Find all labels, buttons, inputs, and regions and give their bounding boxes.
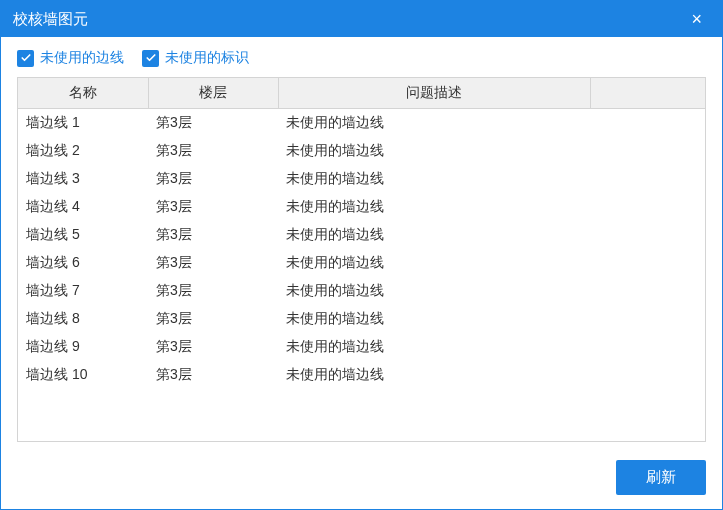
issues-table: 名称 楼层 问题描述 墙边线 1第3层未使用的墙边线墙边线 2第3层未使用的墙边… <box>18 78 705 389</box>
cell-extra <box>590 193 705 221</box>
checkbox-unused-mark[interactable]: 未使用的标识 <box>142 49 249 67</box>
filter-row: 未使用的边线 未使用的标识 <box>17 49 706 67</box>
col-header-floor[interactable]: 楼层 <box>148 78 278 109</box>
check-icon <box>142 50 159 67</box>
cell-extra <box>590 277 705 305</box>
table-body: 墙边线 1第3层未使用的墙边线墙边线 2第3层未使用的墙边线墙边线 3第3层未使… <box>18 109 705 390</box>
cell-issue: 未使用的墙边线 <box>278 305 590 333</box>
content-area: 未使用的边线 未使用的标识 名称 楼层 问题描述 墙边 <box>1 37 722 450</box>
cell-floor: 第3层 <box>148 109 278 138</box>
cell-name: 墙边线 10 <box>18 361 148 389</box>
titlebar: 校核墙图元 × <box>1 1 722 37</box>
close-icon[interactable]: × <box>683 6 710 32</box>
cell-issue: 未使用的墙边线 <box>278 249 590 277</box>
table-header-row: 名称 楼层 问题描述 <box>18 78 705 109</box>
cell-issue: 未使用的墙边线 <box>278 165 590 193</box>
cell-extra <box>590 333 705 361</box>
cell-extra <box>590 109 705 138</box>
window-title: 校核墙图元 <box>13 10 88 29</box>
table-row[interactable]: 墙边线 10第3层未使用的墙边线 <box>18 361 705 389</box>
check-icon <box>17 50 34 67</box>
table-row[interactable]: 墙边线 5第3层未使用的墙边线 <box>18 221 705 249</box>
cell-extra <box>590 221 705 249</box>
cell-floor: 第3层 <box>148 361 278 389</box>
table-row[interactable]: 墙边线 3第3层未使用的墙边线 <box>18 165 705 193</box>
checkbox-label-unused-mark: 未使用的标识 <box>165 49 249 67</box>
dialog-window: 校核墙图元 × 未使用的边线 未使用的标识 名称 <box>0 0 723 510</box>
cell-extra <box>590 305 705 333</box>
cell-floor: 第3层 <box>148 333 278 361</box>
table-row[interactable]: 墙边线 4第3层未使用的墙边线 <box>18 193 705 221</box>
cell-name: 墙边线 1 <box>18 109 148 138</box>
table-row[interactable]: 墙边线 6第3层未使用的墙边线 <box>18 249 705 277</box>
cell-extra <box>590 165 705 193</box>
cell-floor: 第3层 <box>148 221 278 249</box>
col-header-issue[interactable]: 问题描述 <box>278 78 590 109</box>
table-row[interactable]: 墙边线 1第3层未使用的墙边线 <box>18 109 705 138</box>
cell-floor: 第3层 <box>148 277 278 305</box>
cell-issue: 未使用的墙边线 <box>278 221 590 249</box>
cell-issue: 未使用的墙边线 <box>278 193 590 221</box>
cell-extra <box>590 361 705 389</box>
cell-name: 墙边线 4 <box>18 193 148 221</box>
cell-issue: 未使用的墙边线 <box>278 361 590 389</box>
cell-issue: 未使用的墙边线 <box>278 333 590 361</box>
checkbox-label-unused-edge: 未使用的边线 <box>40 49 124 67</box>
cell-name: 墙边线 6 <box>18 249 148 277</box>
cell-name: 墙边线 3 <box>18 165 148 193</box>
cell-floor: 第3层 <box>148 193 278 221</box>
table-row[interactable]: 墙边线 7第3层未使用的墙边线 <box>18 277 705 305</box>
table-row[interactable]: 墙边线 8第3层未使用的墙边线 <box>18 305 705 333</box>
checkbox-unused-edge[interactable]: 未使用的边线 <box>17 49 124 67</box>
table-container[interactable]: 名称 楼层 问题描述 墙边线 1第3层未使用的墙边线墙边线 2第3层未使用的墙边… <box>17 77 706 442</box>
table-row[interactable]: 墙边线 9第3层未使用的墙边线 <box>18 333 705 361</box>
cell-name: 墙边线 5 <box>18 221 148 249</box>
table-row[interactable]: 墙边线 2第3层未使用的墙边线 <box>18 137 705 165</box>
cell-extra <box>590 137 705 165</box>
cell-floor: 第3层 <box>148 137 278 165</box>
cell-issue: 未使用的墙边线 <box>278 277 590 305</box>
footer: 刷新 <box>1 450 722 509</box>
cell-name: 墙边线 2 <box>18 137 148 165</box>
cell-issue: 未使用的墙边线 <box>278 109 590 138</box>
cell-floor: 第3层 <box>148 165 278 193</box>
cell-extra <box>590 249 705 277</box>
cell-name: 墙边线 8 <box>18 305 148 333</box>
col-header-name[interactable]: 名称 <box>18 78 148 109</box>
cell-floor: 第3层 <box>148 249 278 277</box>
cell-issue: 未使用的墙边线 <box>278 137 590 165</box>
refresh-button[interactable]: 刷新 <box>616 460 706 495</box>
cell-floor: 第3层 <box>148 305 278 333</box>
cell-name: 墙边线 7 <box>18 277 148 305</box>
col-header-extra[interactable] <box>590 78 705 109</box>
cell-name: 墙边线 9 <box>18 333 148 361</box>
